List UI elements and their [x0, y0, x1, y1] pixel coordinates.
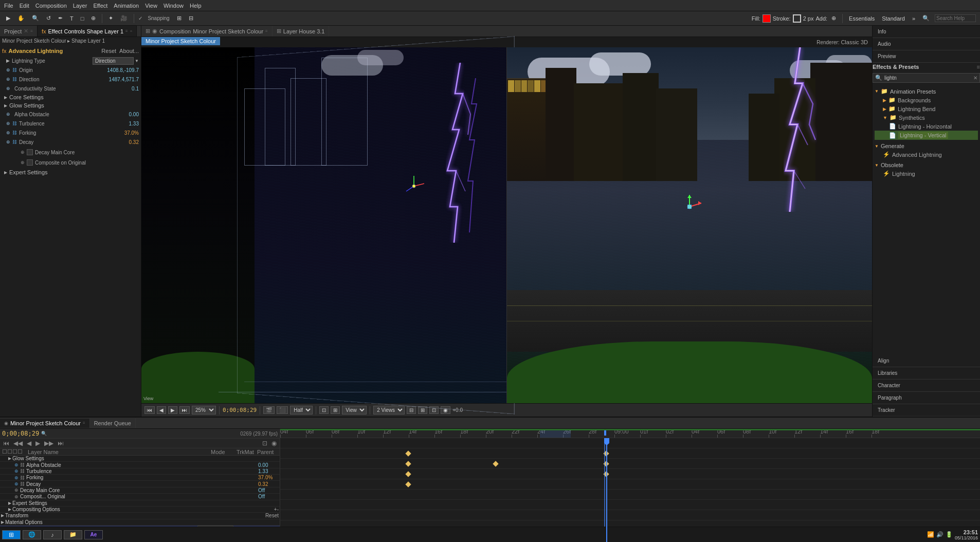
effect-reset-btn[interactable]: Reset [101, 48, 116, 54]
menu-layer[interactable]: Layer [73, 3, 87, 9]
start-btn[interactable]: ⊞ [2, 530, 21, 539]
taskbar-files[interactable]: 📁 [64, 530, 82, 539]
alpha-obs-tl-val[interactable]: 0.00 [258, 462, 279, 468]
item-synthetics[interactable]: ▼ 📁 Synthetics [875, 113, 978, 122]
kf-decay-1[interactable] [405, 481, 411, 487]
essentials-btn[interactable]: Essentials [847, 14, 877, 23]
section-glow-settings[interactable]: ▶ Glow Settings [2, 101, 139, 110]
view-select[interactable]: View [342, 406, 367, 414]
comp-opts-fold[interactable]: ▶ [8, 507, 11, 512]
standard-btn[interactable]: Standard [880, 14, 907, 23]
play-stop-btn[interactable]: ◀ [157, 406, 166, 414]
tl-first-frame[interactable]: ⏮ [2, 440, 10, 447]
tool-shape[interactable]: □ [79, 14, 86, 23]
menu-composition[interactable]: Composition [35, 3, 67, 9]
tl-comp-tab[interactable]: ◉ Minor Project Sketch Colour ≡ [0, 419, 90, 428]
material-fold[interactable]: ▶ [1, 520, 4, 525]
turbulence-tl-val[interactable]: 1.33 [258, 468, 279, 474]
cat-obsolete[interactable]: ▼ Obsolete [875, 161, 978, 169]
tool-rotate[interactable]: ↺ [44, 14, 53, 23]
snap-icon2[interactable]: ⊟ [187, 14, 195, 23]
tool-camera[interactable]: 🎥 [118, 14, 130, 23]
stroke-color-swatch[interactable] [793, 14, 801, 23]
rp-audio-title[interactable]: Audio [876, 40, 977, 48]
ep-menu[interactable]: ≡ [977, 64, 980, 70]
grid-btn[interactable]: ⊞ [331, 406, 340, 414]
kf-fork-1[interactable] [405, 471, 411, 477]
effect-tab-menu[interactable]: ≡ [125, 29, 128, 33]
menu-help[interactable]: Help [190, 3, 202, 9]
tl-live-update[interactable]: ⊡ [261, 440, 268, 447]
zoom-select[interactable]: 25% [192, 406, 216, 414]
transform-reset-btn[interactable]: Reset [265, 513, 279, 518]
search-clear-btn[interactable]: ✕ [973, 75, 977, 81]
tl-solo-mode[interactable]: ◉ [270, 440, 278, 447]
decay-main-checkbox[interactable] [27, 149, 33, 155]
tool-puppet[interactable]: ⊕ [89, 14, 98, 23]
tl-tab-menu[interactable]: ≡ [83, 421, 85, 425]
kf-fork-2[interactable] [603, 471, 609, 477]
decay-tl-val[interactable]: 0.32 [258, 481, 279, 487]
tool-hand[interactable]: ✋ [15, 14, 27, 23]
rp-preview-title[interactable]: Preview [876, 52, 977, 60]
menu-window[interactable]: Window [164, 3, 184, 9]
play-prev-btn[interactable]: ⏮ [144, 406, 155, 414]
cat-generate[interactable]: ▼ Generate [875, 142, 978, 150]
add-btn[interactable]: ⊕ [829, 14, 838, 23]
quality-select[interactable]: Half [290, 406, 313, 414]
project-tab-menu[interactable]: ≡ [30, 29, 33, 33]
tl-play-rev[interactable]: ◀ [26, 440, 32, 447]
tool-anchor[interactable]: ✦ [106, 14, 115, 23]
expert-fold[interactable]: ▶ [8, 501, 11, 505]
tool-zoom[interactable]: 🔍 [30, 14, 41, 23]
play-btn[interactable]: ▶ [168, 406, 177, 414]
item-lightning-vertical[interactable]: 📄 Lightning - Vertical [875, 131, 978, 140]
comp-opts-remove[interactable]: - [277, 507, 279, 512]
kf-alpha-2[interactable] [603, 450, 609, 456]
taskbar-chrome[interactable]: 🌐 [23, 530, 41, 539]
region-btn[interactable]: ⊡ [319, 406, 329, 414]
turbulence-value[interactable]: 1.33 [98, 121, 139, 127]
decay-value[interactable]: 0.32 [98, 139, 139, 145]
color-depth[interactable]: ⬛ [277, 406, 288, 414]
fill-color-swatch[interactable] [763, 14, 771, 23]
snap-icon[interactable]: ⊞ [175, 14, 184, 23]
effect-about-btn[interactable]: About... [119, 48, 139, 54]
menu-animation[interactable]: Animation [114, 3, 139, 9]
project-tab[interactable]: Project ✕ ≡ [0, 26, 38, 37]
section-expert[interactable]: ▶ Expert Settings [2, 168, 139, 176]
forking-tl-val[interactable]: 37.0% [258, 475, 279, 480]
rp-paragraph-title[interactable]: Paragraph [876, 394, 977, 402]
kf-turb-3[interactable] [603, 461, 609, 466]
tl-render-tab[interactable]: Render Queue [90, 419, 136, 428]
menu-edit[interactable]: Edit [20, 3, 29, 9]
menu-effect[interactable]: Effect [93, 3, 107, 9]
origin-value[interactable]: 1408.8,-109.7 [98, 67, 139, 73]
playhead-marker[interactable] [604, 430, 606, 436]
item-lightning[interactable]: ⚡ Lightning [875, 169, 978, 178]
taskbar-ae[interactable]: Ae [84, 530, 103, 539]
comp-tab-menu1[interactable]: ≡ [265, 29, 268, 33]
ep-search-input[interactable] [884, 75, 971, 81]
kf-alpha-1[interactable] [405, 450, 411, 456]
composite-checkbox[interactable] [27, 159, 33, 166]
alpha-value[interactable]: 0.00 [98, 112, 139, 117]
direction-value[interactable]: 1487.4,571.7 [98, 77, 139, 82]
tl-prev-kf[interactable]: ◀◀ [12, 440, 24, 447]
comp-tab-controls[interactable]: ⊞ ◉ Composition Minor Project Sketch Col… [141, 26, 273, 37]
item-backgrounds[interactable]: ▶ 📁 Backgrounds [875, 96, 978, 104]
lightning-type-value[interactable]: Direction [93, 57, 134, 65]
glow-fold[interactable]: ▶ [8, 456, 11, 461]
lightning-type-dropdown[interactable]: Direction ▼ [93, 57, 139, 65]
tl-next-kf[interactable]: ▶▶ [43, 440, 55, 447]
transform-fold[interactable]: ▶ [1, 513, 4, 518]
rp-character-title[interactable]: Character [876, 382, 977, 389]
tool-text[interactable]: T [68, 14, 76, 23]
rp-info-title[interactable]: Info [876, 28, 977, 35]
search-help-input[interactable] [935, 14, 976, 22]
effect-controls-tab[interactable]: fx Effect Controls Shape Layer 1 ≡ » [38, 26, 137, 37]
comp-tab-layer-house[interactable]: ⊞ Layer House 3.1 [273, 26, 330, 37]
section-core-settings[interactable]: ▶ Core Settings [2, 93, 139, 101]
conductivity-value[interactable]: 0.1 [98, 86, 139, 92]
kf-turb-2[interactable] [493, 461, 498, 466]
